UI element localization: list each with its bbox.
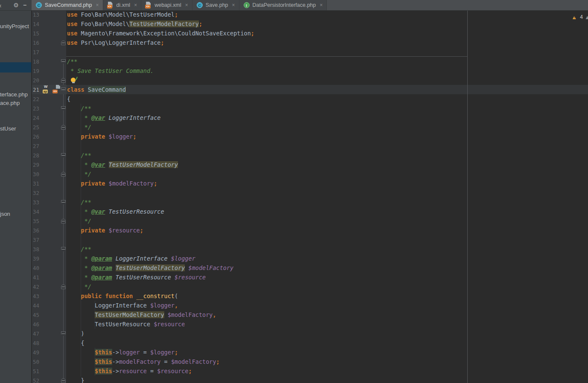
code-line-37[interactable]: 37 — [32, 235, 588, 244]
di-xml-line-marker-icon[interactable]: <> — [52, 86, 61, 93]
code-line-28[interactable]: 28 /** — [32, 151, 588, 160]
code-line-17[interactable]: 17 — [32, 47, 588, 57]
gutter-annotations — [39, 151, 61, 159]
code-editor[interactable]: 13use Foo\Bar\Model\TestUserModel;14use … — [32, 11, 588, 383]
gutter-annotations — [39, 133, 61, 140]
code-text: /** — [66, 244, 91, 254]
xml-badge: <> — [107, 5, 112, 9]
tree-item-file[interactable]: stUser — [0, 125, 32, 133]
code-line-51[interactable]: 51 $this->resource = $resource; — [32, 366, 588, 376]
gutter-annotations — [39, 302, 61, 309]
tree-item-file[interactable]: json — [0, 210, 32, 218]
tab-save-php[interactable]: C Save.php × — [192, 0, 239, 10]
code-line-47[interactable]: 47 ) — [32, 329, 588, 338]
code-line-32[interactable]: 32 — [32, 188, 588, 197]
webapi-line-marker-icon[interactable]: Wap — [43, 86, 51, 93]
code-line-23[interactable]: 23 /** — [32, 104, 588, 113]
code-line-30[interactable]: 30 */ — [32, 169, 588, 179]
close-tab-icon[interactable]: × — [232, 0, 235, 11]
fold-marker-start[interactable] — [61, 153, 66, 158]
code-line-43[interactable]: 43 public function __construct( — [32, 291, 588, 301]
gutter-annotations — [39, 320, 61, 328]
code-line-36[interactable]: 36 private $resource; — [32, 226, 588, 235]
fold-marker-start[interactable] — [61, 106, 66, 111]
close-tab-icon[interactable]: × — [96, 0, 99, 11]
tab-webapi-xml[interactable]: <> webapi.xml × — [141, 0, 192, 10]
line-number: 14 — [32, 21, 39, 27]
code-line-45[interactable]: 45 TestUserModelFactory $modelFactory, — [32, 310, 588, 319]
code-line-14[interactable]: 14use Foo\Bar\Model\TestUserModelFactory… — [32, 19, 588, 29]
intention-bulb-icon[interactable] — [71, 77, 77, 84]
code-line-48[interactable]: 48 { — [32, 338, 588, 348]
code-line-16[interactable]: 16use Psr\Log\LoggerInterface; — [32, 38, 588, 47]
code-line-19[interactable]: 19 * Save TestUser Command. — [32, 66, 588, 75]
gutter-annotations — [39, 236, 61, 244]
fold-marker-end[interactable] — [61, 78, 66, 83]
code-line-46[interactable]: 46 TestUserResource $resource — [32, 319, 588, 329]
code-line-50[interactable]: 50 $this->modelFactory = $modelFactory; — [32, 357, 588, 366]
gutter-annotations — [39, 198, 61, 206]
fold-marker-start[interactable] — [61, 59, 66, 64]
code-line-18[interactable]: 18/** — [32, 57, 588, 66]
gutter-annotations — [39, 264, 61, 272]
collapse-panel-icon[interactable]: « — [0, 0, 1, 11]
code-line-42[interactable]: 42 */ — [32, 282, 588, 291]
code-line-13[interactable]: 13use Foo\Bar\Model\TestUserModel; — [32, 11, 588, 19]
code-line-21[interactable]: 21Wap<>class SaveCommand — [32, 85, 588, 94]
code-line-39[interactable]: 39 * @param LoggerInterface $logger — [32, 254, 588, 263]
fold-marker-start[interactable] — [61, 87, 66, 92]
code-text: */ — [66, 169, 91, 179]
tree-item-file[interactable]: ace.php — [0, 99, 32, 107]
code-line-49[interactable]: 49 $this->logger = $logger; — [32, 348, 588, 357]
code-line-27[interactable]: 27 — [32, 141, 588, 151]
code-line-15[interactable]: 15use Magento\Framework\Exception\CouldN… — [32, 29, 588, 38]
code-text: * @var LoggerInterface — [66, 113, 160, 122]
gutter-annotations — [39, 170, 61, 178]
code-line-34[interactable]: 34 * @var TestUserResource — [32, 207, 588, 216]
fold-marker-end[interactable] — [61, 378, 66, 383]
fold-marker-end[interactable] — [61, 219, 66, 223]
fold-marker-start[interactable] — [61, 200, 66, 205]
code-line-44[interactable]: 44 LoggerInterface $logger, — [32, 301, 588, 310]
code-line-38[interactable]: 38 /** — [32, 244, 588, 254]
fold-marker-end[interactable] — [61, 172, 66, 177]
fold-marker-end[interactable] — [61, 125, 66, 130]
tab-datapersistorinterface-php[interactable]: I DataPersistorInterface.php × — [239, 0, 327, 10]
code-line-35[interactable]: 35 */ — [32, 216, 588, 226]
line-number: 33 — [32, 199, 39, 206]
tab-di-xml[interactable]: <> di.xml × — [103, 0, 142, 10]
settings-gear-icon[interactable]: ⚙ — [13, 0, 19, 11]
code-line-22[interactable]: 22{ — [32, 94, 588, 104]
gutter-annotations — [39, 20, 61, 28]
code-line-31[interactable]: 31 private $modelFactory; — [32, 179, 588, 188]
code-line-20[interactable]: 20 */ — [32, 75, 588, 85]
close-tab-icon[interactable]: × — [134, 0, 137, 11]
inspections-widget[interactable]: ▲ ! 4 ▲ — [571, 13, 588, 21]
code-line-52[interactable]: 52 } — [32, 376, 588, 383]
tree-item-file[interactable]: terface.php — [0, 91, 32, 99]
tree-item-project-root[interactable]: unityProject — [0, 23, 32, 30]
gutter-annotations — [39, 58, 61, 65]
tree-selected-row[interactable] — [0, 62, 32, 73]
line-number: 51 — [32, 368, 39, 374]
code-line-33[interactable]: 33 /** — [32, 197, 588, 207]
fold-marker-start[interactable] — [61, 331, 66, 336]
code-line-41[interactable]: 41 * @param TestUserResource $resource — [32, 273, 588, 282]
tab-savecommand-php[interactable]: C SaveCommand.php × — [32, 0, 103, 10]
xml-badge: <> — [145, 5, 150, 9]
code-line-40[interactable]: 40 * @param TestUserModelFactory $modelF… — [32, 263, 588, 273]
xml-file-icon: <> — [145, 2, 152, 9]
tab-label: di.xml — [116, 0, 131, 11]
code-line-25[interactable]: 25 */ — [32, 122, 588, 132]
gutter-annotations — [39, 114, 61, 122]
close-tab-icon[interactable]: × — [185, 0, 188, 11]
code-line-24[interactable]: 24 * @var LoggerInterface — [32, 113, 588, 122]
hide-panel-icon[interactable]: − — [23, 0, 26, 11]
fold-marker-end[interactable] — [61, 41, 66, 45]
close-tab-icon[interactable]: × — [320, 0, 323, 11]
php-class-icon-letter: C — [197, 2, 203, 8]
fold-marker-end[interactable] — [61, 284, 66, 289]
code-line-29[interactable]: 29 * @var TestUserModelFactory — [32, 160, 588, 169]
fold-marker-start[interactable] — [61, 247, 66, 252]
code-line-26[interactable]: 26 private $logger; — [32, 132, 588, 141]
